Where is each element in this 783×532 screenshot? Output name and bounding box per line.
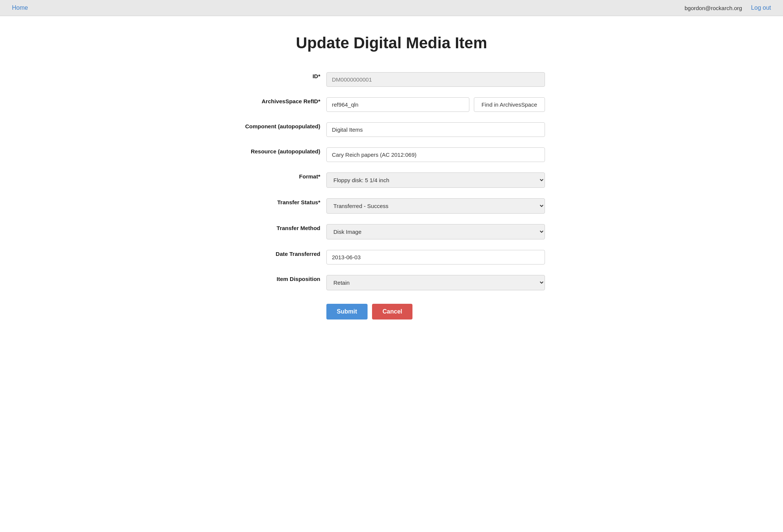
resource-input bbox=[326, 147, 545, 162]
refid-input[interactable] bbox=[326, 97, 469, 112]
refid-input-row: Find in ArchivesSpace bbox=[326, 97, 545, 112]
transfer-method-row: Transfer Method Disk ImageLogicalOther bbox=[235, 219, 548, 245]
page-title: Update Digital Media Item bbox=[235, 34, 548, 52]
submit-button[interactable]: Submit bbox=[326, 304, 368, 319]
refid-row: ArchivesSpace RefID* Find in ArchivesSpa… bbox=[235, 92, 548, 117]
date-transferred-cell bbox=[323, 245, 548, 270]
transfer-method-select[interactable]: Disk ImageLogicalOther bbox=[326, 224, 545, 239]
format-label: Format* bbox=[235, 167, 323, 193]
navbar: Home bgordon@rockarch.org Log out bbox=[0, 0, 783, 16]
nav-right: bgordon@rockarch.org Log out bbox=[685, 4, 771, 11]
nav-left: Home bbox=[12, 4, 28, 11]
logout-link[interactable]: Log out bbox=[751, 4, 771, 11]
format-select[interactable]: Floppy disk: 5 1/4 inchFloppy disk: 3.5 … bbox=[326, 172, 545, 188]
transfer-status-row: Transfer Status* Transferred - SuccessTr… bbox=[235, 193, 548, 219]
buttons-cell: Submit Cancel bbox=[323, 296, 548, 325]
id-label: ID* bbox=[235, 67, 323, 92]
refid-cell: Find in ArchivesSpace bbox=[323, 92, 548, 117]
item-disposition-label: Item Disposition bbox=[235, 270, 323, 296]
item-disposition-cell: RetainDestroyReturn to Donor bbox=[323, 270, 548, 296]
item-disposition-row: Item Disposition RetainDestroyReturn to … bbox=[235, 270, 548, 296]
resource-cell bbox=[323, 142, 548, 167]
buttons-spacer bbox=[235, 296, 323, 325]
id-row: ID* bbox=[235, 67, 548, 92]
date-transferred-input[interactable] bbox=[326, 250, 545, 265]
transfer-method-label: Transfer Method bbox=[235, 219, 323, 245]
component-input bbox=[326, 122, 545, 137]
id-input[interactable] bbox=[326, 72, 545, 87]
buttons-row: Submit Cancel bbox=[235, 296, 548, 325]
date-transferred-row: Date Transferred bbox=[235, 245, 548, 270]
format-row: Format* Floppy disk: 5 1/4 inchFloppy di… bbox=[235, 167, 548, 193]
form-table: ID* ArchivesSpace RefID* Find in Archive… bbox=[235, 67, 548, 325]
transfer-status-label: Transfer Status* bbox=[235, 193, 323, 219]
item-disposition-select[interactable]: RetainDestroyReturn to Donor bbox=[326, 275, 545, 290]
transfer-method-cell: Disk ImageLogicalOther bbox=[323, 219, 548, 245]
component-label: Component (autopopulated) bbox=[235, 117, 323, 142]
transfer-status-select[interactable]: Transferred - SuccessTransferred - Failu… bbox=[326, 198, 545, 214]
buttons-container: Submit Cancel bbox=[326, 301, 545, 319]
update-form: ID* ArchivesSpace RefID* Find in Archive… bbox=[235, 67, 548, 325]
find-in-archivesspace-button[interactable]: Find in ArchivesSpace bbox=[474, 97, 545, 112]
transfer-status-cell: Transferred - SuccessTransferred - Failu… bbox=[323, 193, 548, 219]
user-email: bgordon@rockarch.org bbox=[685, 5, 742, 11]
date-transferred-label: Date Transferred bbox=[235, 245, 323, 270]
component-cell bbox=[323, 117, 548, 142]
home-link[interactable]: Home bbox=[12, 4, 28, 11]
resource-label: Resource (autopopulated) bbox=[235, 142, 323, 167]
resource-row: Resource (autopopulated) bbox=[235, 142, 548, 167]
main-container: Update Digital Media Item ID* ArchivesSp… bbox=[223, 16, 560, 349]
cancel-button[interactable]: Cancel bbox=[372, 304, 412, 319]
component-row: Component (autopopulated) bbox=[235, 117, 548, 142]
format-cell: Floppy disk: 5 1/4 inchFloppy disk: 3.5 … bbox=[323, 167, 548, 193]
refid-label: ArchivesSpace RefID* bbox=[235, 92, 323, 117]
id-cell bbox=[323, 67, 548, 92]
